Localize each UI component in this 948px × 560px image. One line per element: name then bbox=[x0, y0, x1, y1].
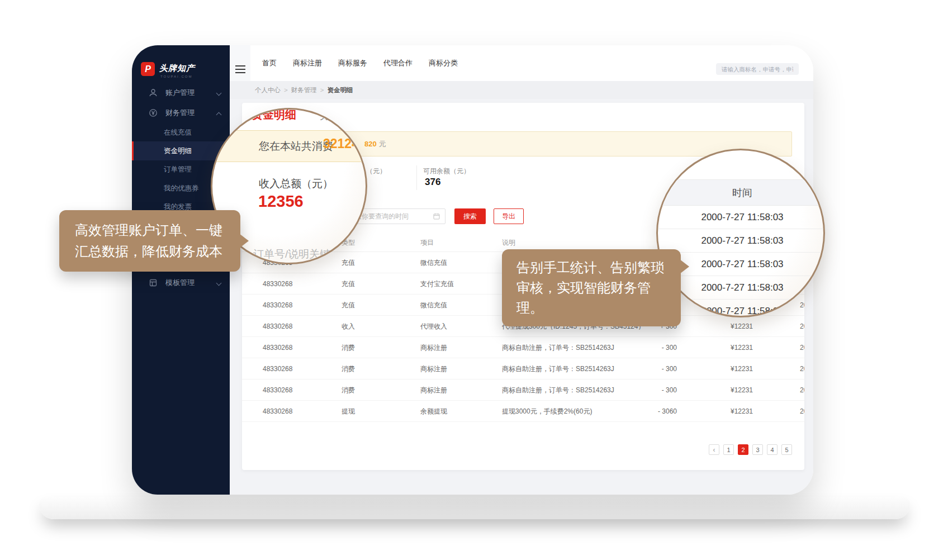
sidebar-item-label: 模板管理 bbox=[165, 273, 195, 292]
sidebar-item-finance[interactable]: 财务管理 bbox=[132, 103, 230, 122]
lens-income-label: 收入总额（元） bbox=[259, 177, 333, 191]
table-row[interactable]: 48330268提现余额提现提现3000元，手续费2%(60元)- 3060¥1… bbox=[242, 401, 804, 422]
search-button[interactable]: 搜索 bbox=[454, 208, 486, 224]
nav-link-agency[interactable]: 代理合作 bbox=[383, 58, 413, 68]
lens-time-row: 2000-7-27 11:58:03 bbox=[658, 229, 825, 253]
nav-link-home[interactable]: 首页 bbox=[262, 58, 277, 68]
balance-label: 可用余额（元） bbox=[423, 167, 470, 176]
finance-icon bbox=[149, 108, 158, 117]
breadcrumb-item[interactable]: 个人中心 bbox=[255, 87, 281, 93]
sidebar-item-template[interactable]: 模板管理 bbox=[132, 273, 230, 292]
callout-arrow-icon bbox=[239, 234, 249, 248]
stat-divider bbox=[416, 165, 417, 190]
hamburger-strip bbox=[230, 45, 250, 81]
callout-right-text: 告别手工统计、告别繁琐审核，实现智能财务管理。 bbox=[516, 260, 664, 315]
banner-suffix-value: 820 bbox=[364, 140, 377, 148]
sidebar-item-label: 订单管理 bbox=[164, 160, 192, 179]
page-button-5[interactable]: 5 bbox=[781, 444, 792, 455]
sidebar-item-label: 在线充值 bbox=[164, 123, 192, 142]
sidebar-item-label: 账户管理 bbox=[165, 83, 195, 102]
nav-link-classes[interactable]: 商标分类 bbox=[429, 58, 458, 68]
table-row[interactable]: 48330268消费商标注册商标自助注册，订单号：SB2514263J- 300… bbox=[242, 358, 804, 379]
magnifier-lens-right: 时间 2000-7-27 11:58:03 2000-7-27 11:58:03… bbox=[656, 149, 825, 317]
logo-tagline: TOUPAI.COM bbox=[160, 75, 192, 78]
nav-link-register[interactable]: 商标注册 bbox=[293, 58, 322, 68]
top-navbar: 首页 商标注册 商标服务 代理合作 商标分类 bbox=[230, 45, 813, 81]
banner-suffix-unit: 元 bbox=[379, 140, 386, 148]
prev-page-button[interactable]: ‹ bbox=[709, 444, 719, 455]
sidebar-item-label: 我的优惠券 bbox=[164, 179, 199, 198]
sidebar-item-label: 财务管理 bbox=[165, 103, 195, 122]
breadcrumb-item[interactable]: 财务管理 bbox=[291, 87, 317, 93]
lens-income-value: 12356 bbox=[258, 192, 304, 211]
callout-left: 高效管理账户订单、一键汇总数据，降低财务成本 bbox=[59, 210, 240, 272]
user-icon bbox=[149, 88, 158, 97]
sidebar-item-account[interactable]: 账户管理 bbox=[132, 83, 230, 102]
logo-title: 头牌知产 bbox=[159, 63, 195, 74]
laptop-base bbox=[39, 497, 910, 519]
lens-time-row: 2000-7-27 11:58:03 bbox=[658, 206, 825, 229]
nav-link-services[interactable]: 商标服务 bbox=[338, 58, 367, 68]
sidebar-item-label: 资金明细 bbox=[164, 141, 192, 160]
logo-icon: P bbox=[141, 62, 155, 76]
search-input[interactable] bbox=[716, 63, 799, 75]
template-icon bbox=[149, 278, 158, 287]
calendar-icon bbox=[433, 213, 440, 220]
callout-arrow-icon bbox=[680, 259, 689, 274]
export-button[interactable]: 导出 bbox=[494, 208, 524, 224]
callout-left-text: 高效管理账户订单、一键汇总数据，降低财务成本 bbox=[75, 222, 222, 259]
pagination: ‹ 1 2 3 4 5 bbox=[709, 444, 792, 455]
breadcrumb-current: 资金明细 bbox=[327, 87, 353, 93]
page-button-3[interactable]: 3 bbox=[752, 444, 763, 455]
hamburger-icon[interactable] bbox=[235, 65, 245, 73]
table-row[interactable]: 48330268消费商标注册商标自助注册，订单号：SB2514263J- 300… bbox=[242, 379, 804, 401]
chevron-up-icon bbox=[216, 112, 222, 118]
lens-banner-prefix: 您在本站共消费 bbox=[259, 139, 333, 154]
page-button-2[interactable]: 2 bbox=[738, 444, 748, 455]
chevron-down-icon bbox=[216, 91, 222, 96]
banner-text: 820元 bbox=[364, 132, 386, 156]
balance-value: 376 bbox=[425, 177, 440, 188]
page-button-4[interactable]: 4 bbox=[767, 444, 778, 455]
callout-right: 告别手工统计、告别繁琐审核，实现智能财务管理。 bbox=[502, 249, 681, 326]
header-project[interactable]: 项目 bbox=[420, 234, 426, 252]
page-button-1[interactable]: 1 bbox=[723, 444, 734, 455]
chevron-down-icon bbox=[216, 281, 222, 286]
logo[interactable]: P 头牌知产 TOUPAI.COM bbox=[141, 61, 225, 83]
table-row[interactable]: 48330268消费商标注册商标自助注册，订单号：SB2514263J- 300… bbox=[242, 337, 804, 358]
breadcrumb: 个人中心>财务管理>资金明细 bbox=[230, 81, 813, 99]
lens-time-header: 时间 bbox=[658, 179, 825, 206]
sidebar-item-funds-detail[interactable]: 资金明细 bbox=[132, 141, 230, 160]
page: P 头牌知产 TOUPAI.COM 账户管理 财务管理 在线充值 资金明细 bbox=[0, 0, 948, 560]
sidebar-item-recharge[interactable]: 在线充值 bbox=[132, 123, 230, 142]
top-nav-links: 首页 商标注册 商标服务 代理合作 商标分类 bbox=[262, 45, 458, 81]
stat-unit-label: （元） bbox=[366, 167, 386, 176]
